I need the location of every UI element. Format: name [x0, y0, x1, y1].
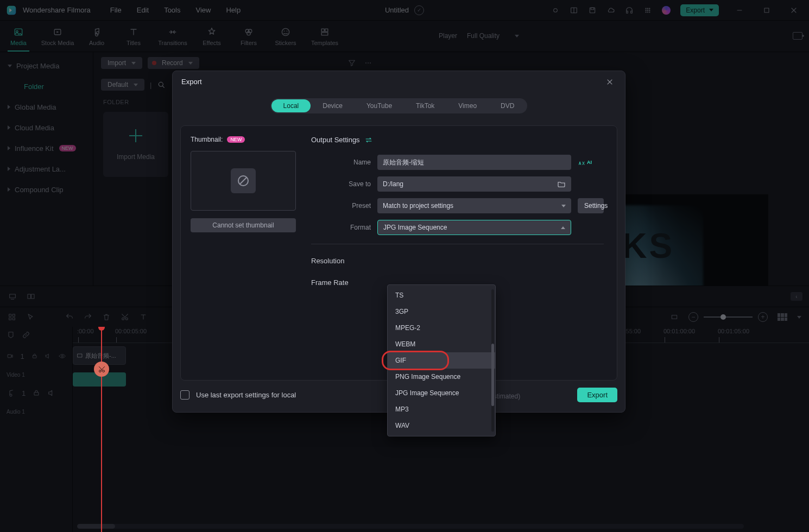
modal-tabs: Local Device YouTube TikTok Vimeo DVD — [173, 95, 625, 117]
format-label: Format — [350, 224, 371, 231]
chevron-down-icon — [561, 205, 566, 207]
folder-icon[interactable] — [557, 180, 566, 188]
output-settings-heading: Output Settings — [311, 136, 604, 144]
use-last-settings-checkbox[interactable] — [180, 390, 189, 400]
divider — [311, 244, 604, 244]
format-select[interactable]: JPG Image Sequence — [377, 220, 571, 235]
modal-overlay: Export Local Device YouTube TikTok Vimeo… — [0, 0, 809, 532]
format-option-ts[interactable]: TS — [388, 287, 495, 303]
tab-youtube[interactable]: YouTube — [355, 99, 404, 112]
dropdown-scrollbar[interactable] — [491, 289, 494, 432]
export-modal: Export Local Device YouTube TikTok Vimeo… — [172, 71, 625, 413]
modal-titlebar: Export — [173, 71, 625, 93]
swap-icon[interactable] — [364, 136, 373, 144]
ai-rename-icon[interactable]: AI — [578, 159, 604, 166]
no-thumbnail-icon — [231, 168, 256, 193]
svg-line-64 — [240, 178, 247, 184]
playhead[interactable] — [101, 327, 102, 532]
export-confirm-button[interactable]: Export — [577, 388, 617, 402]
thumbnail-preview[interactable] — [191, 151, 296, 211]
modal-title: Export — [181, 78, 202, 86]
tab-vimeo[interactable]: Vimeo — [446, 99, 489, 112]
split-tool-icon[interactable] — [94, 362, 109, 377]
chevron-up-icon — [561, 226, 565, 229]
preset-select[interactable]: Match to project settings — [377, 198, 571, 213]
modal-close-icon[interactable] — [603, 75, 616, 88]
format-option-wav[interactable]: WAV — [388, 417, 495, 434]
tab-dvd[interactable]: DVD — [489, 99, 526, 112]
use-last-settings-label: Use last export settings for local — [196, 391, 296, 399]
field-resolution-row: Resolution — [311, 250, 604, 271]
tab-device[interactable]: Device — [311, 99, 355, 112]
field-format-row: Format JPG Image Sequence — [311, 217, 604, 238]
resolution-label: Resolution — [311, 257, 371, 265]
thumbnail-disabled-label: Cannot set thumbnail — [191, 218, 296, 232]
field-preset-row: Preset Match to project settings Setting… — [311, 195, 604, 217]
format-option-webm[interactable]: WEBM — [388, 336, 495, 352]
thumbnail-label: Thumbnail: — [191, 136, 223, 143]
field-name-row: Name 原始音频-缩短 AI — [311, 151, 604, 173]
saveto-input[interactable]: D:/lang — [377, 176, 571, 192]
tab-local[interactable]: Local — [271, 99, 311, 112]
saveto-label: Save to — [349, 180, 371, 188]
thumbnail-section: Thumbnail: NEW Cannot set thumbnail — [181, 126, 306, 380]
tab-tiktok[interactable]: TikTok — [404, 99, 446, 112]
framerate-label: Frame Rate — [311, 278, 371, 287]
settings-button[interactable]: Settings — [578, 198, 604, 213]
format-option-jpg[interactable]: JPG Image Sequence — [388, 385, 495, 401]
preset-label: Preset — [352, 202, 371, 210]
modal-body: Thumbnail: NEW Cannot set thumbnail Outp… — [180, 125, 617, 381]
name-label: Name — [353, 159, 371, 166]
name-input[interactable]: 原始音频-缩短 — [377, 155, 571, 170]
format-dropdown: TS 3GP MPEG-2 WEBM GIF PNG Image Sequenc… — [387, 284, 496, 436]
format-option-png[interactable]: PNG Image Sequence — [388, 369, 495, 385]
format-option-3gp[interactable]: 3GP — [388, 303, 495, 320]
format-option-mpeg2[interactable]: MPEG-2 — [388, 320, 495, 336]
field-saveto-row: Save to D:/lang — [311, 173, 604, 195]
format-option-gif[interactable]: GIF — [388, 352, 495, 369]
format-option-mp3[interactable]: MP3 — [388, 401, 495, 417]
new-badge: NEW — [227, 136, 245, 143]
